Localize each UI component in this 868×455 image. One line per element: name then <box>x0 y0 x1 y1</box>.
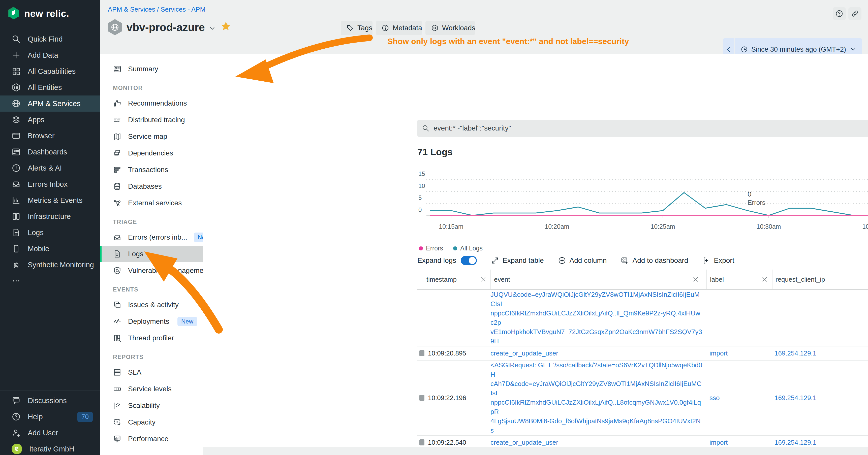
event-link[interactable]: <ASGIRequest: GET '/sso/callback/?state=… <box>491 359 702 436</box>
remove-column-icon[interactable] <box>762 276 768 283</box>
label-link[interactable]: import <box>710 350 727 357</box>
tracing-icon <box>113 116 122 124</box>
subnav-item-service-map[interactable]: Service map <box>100 128 203 145</box>
globe-icon <box>111 23 119 32</box>
subnav-item-thread-profiler[interactable]: Thread profiler <box>100 330 203 347</box>
subnav-item-sla[interactable]: SLA <box>100 364 203 381</box>
org-icon <box>11 444 22 454</box>
new-relic-logo[interactable]: new relic. <box>7 6 69 21</box>
subnav-item-dependencies[interactable]: Dependencies <box>100 145 203 162</box>
sidebar-item-metrics-events[interactable]: Metrics & Events <box>0 192 100 208</box>
event-link[interactable]: create_or_update_user <box>491 438 558 446</box>
sidebar-item-apps[interactable]: Apps <box>0 111 100 128</box>
favorite-star-icon[interactable] <box>220 21 231 32</box>
column-header-label[interactable]: label <box>707 269 772 289</box>
event-link[interactable]: JUQVU&code=eyJraWQiOiJjcGltY29yZV8wOTI1M… <box>491 289 702 347</box>
sidebar-item-errors-inbox[interactable]: Errors Inbox <box>0 176 100 192</box>
sidebar-item-label: Apps <box>28 116 44 124</box>
help-circle-button[interactable] <box>833 7 846 20</box>
breadcrumb: APM & Services / Services - APM <box>108 5 206 13</box>
subnav-item-logs[interactable]: Logs <box>100 246 203 262</box>
sidebar-item-iterativ-gmbh[interactable]: Iterativ GmbH <box>0 441 100 455</box>
sidebar-item-quick-find[interactable]: Quick Find <box>0 31 100 47</box>
label-link[interactable]: import <box>710 438 727 446</box>
breadcrumb-apm-services[interactable]: APM & Services <box>108 5 155 13</box>
event-link[interactable]: create_or_update_user <box>491 350 558 357</box>
sidebar-item-apm-services[interactable]: APM & Services <box>0 96 100 111</box>
sidebar-item-dashboards[interactable]: Dashboards <box>0 144 100 160</box>
sidebar-item-all-entities[interactable]: All Entities <box>0 79 100 96</box>
logs-count-title: 71 Logs <box>417 147 453 158</box>
search-icon <box>422 125 430 132</box>
subnav-item-scalability[interactable]: Scalability <box>100 397 203 414</box>
scatter-icon <box>113 401 122 410</box>
logo-text: new relic. <box>24 8 69 19</box>
subnav-item-recommendations[interactable]: Recommendations <box>100 95 203 111</box>
column-header-event[interactable]: event <box>491 269 707 289</box>
table-row[interactable]: JUQVU&code=eyJraWQiOiJjcGltY29yZV8wOTI1M… <box>417 290 868 347</box>
label-link[interactable]: sso <box>710 394 719 401</box>
sidebar-item-alerts-ai[interactable]: Alerts & AI <box>0 160 100 176</box>
subnav-item-databases[interactable]: Databases <box>100 178 203 195</box>
subnav-item-summary[interactable]: Summary <box>100 61 203 77</box>
sidebar-item-help[interactable]: Help70 <box>0 409 100 425</box>
ip-link[interactable]: 169.254.129.1 <box>775 394 816 401</box>
table-row[interactable]: 10:09:20.895create_or_update_userimport1… <box>417 347 868 360</box>
chevron-down-icon[interactable] <box>209 25 216 32</box>
copy-link-button[interactable] <box>848 7 862 20</box>
ip-link[interactable]: 169.254.129.1 <box>775 350 816 357</box>
subnav-item-distributed-tracing[interactable]: Distributed tracing <box>100 111 203 128</box>
remove-column-icon[interactable] <box>692 276 699 283</box>
add-to-dashboard-button[interactable]: Add to dashboard <box>621 257 688 264</box>
add-column-button[interactable]: Add column <box>558 257 607 264</box>
expand-logs-toggle[interactable] <box>461 256 477 265</box>
sidebar-item-synthetic-monitoring[interactable]: Synthetic Monitoring <box>0 257 100 273</box>
request-client-ip-cell: 169.254.129.1 <box>772 394 868 402</box>
subnav-item-vulnerability-management[interactable]: Vulnerability Management <box>100 262 203 279</box>
tags-button[interactable]: Tags <box>341 21 372 35</box>
person-plus-icon <box>11 428 21 437</box>
sidebar-item-logs[interactable]: Logs <box>0 225 100 240</box>
logs-query-input[interactable] <box>430 124 868 132</box>
new-relic-logo-icon <box>7 6 20 21</box>
sidebar-item-browser[interactable]: Browser <box>0 128 100 144</box>
subnav-item-capacity[interactable]: Capacity <box>100 414 203 430</box>
logs-chart[interactable]: 15105010:15am10:20am10:25am10:30am10:35a… <box>417 166 868 242</box>
breadcrumb-services-apm[interactable]: Services - APM <box>161 5 206 13</box>
legend-item-all-logs[interactable]: All Logs <box>453 245 483 252</box>
levels-icon <box>113 385 122 393</box>
sidebar-item-discussions[interactable]: Discussions <box>0 392 100 409</box>
subnav-item-issues-activity[interactable]: Issues & activity <box>100 296 203 313</box>
sidebar-item-add-data[interactable]: Add Data <box>0 47 100 63</box>
table-row[interactable]: 10:09:22.196<ASGIRequest: GET '/sso/call… <box>417 360 868 435</box>
metadata-button[interactable]: Metadata <box>376 21 422 35</box>
sidebar-item-label: Add Data <box>28 51 58 60</box>
column-header-request-client-ip[interactable]: request_client_ip <box>772 269 868 289</box>
ip-link[interactable]: 169.254.129.1 <box>775 438 816 446</box>
sidebar-item-ellipsis[interactable] <box>0 273 100 289</box>
plus-circle-icon <box>558 257 566 264</box>
subnav-item-external-services[interactable]: External services <box>100 195 203 212</box>
sidebar-item-infrastructure[interactable]: Infrastructure <box>0 208 100 225</box>
subnav-item-label: Thread profiler <box>128 334 174 342</box>
remove-column-icon[interactable] <box>480 276 487 283</box>
legend-item-errors[interactable]: Errors <box>419 245 443 252</box>
export-button[interactable]: Export <box>703 257 735 264</box>
info-icon <box>381 24 389 32</box>
main-content: Query logs NRQL 71 Logs ••• 15105010:15a… <box>203 54 868 455</box>
subnav-item-service-levels[interactable]: Service levels <box>100 381 203 397</box>
sidebar-item-mobile[interactable]: Mobile <box>0 240 100 257</box>
subnav-item-performance[interactable]: Performance <box>100 430 203 447</box>
column-header-timestamp[interactable]: timestamp <box>417 269 491 289</box>
shield-icon <box>113 266 122 275</box>
subnav-item-transactions[interactable]: Transactions <box>100 162 203 178</box>
entity-title[interactable]: vbv-prod-azure <box>126 21 216 33</box>
workloads-button[interactable]: Workloads <box>426 21 475 35</box>
sidebar-item-add-user[interactable]: Add User <box>0 425 100 441</box>
expand-table-button[interactable]: Expand table <box>491 257 544 264</box>
sidebar-item-all-capabilities[interactable]: All Capabilities <box>0 63 100 79</box>
subnav-section-monitor: MONITORRecommendationsDistributed tracin… <box>100 81 203 212</box>
clock-icon <box>741 46 748 53</box>
subnav-item-errors-errors-inb[interactable]: Errors (errors inb...New <box>100 229 203 246</box>
subnav-item-deployments[interactable]: DeploymentsNew <box>100 313 203 330</box>
